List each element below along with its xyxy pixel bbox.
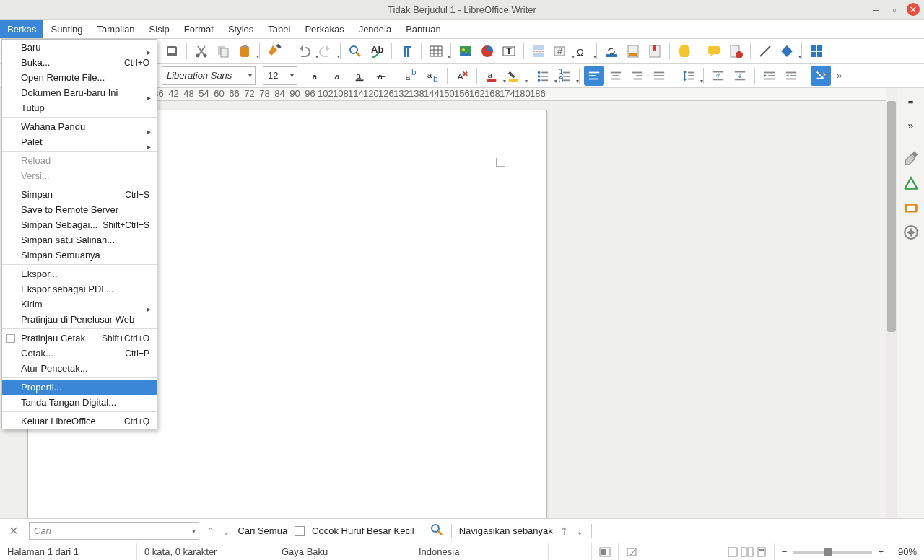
menu-tampilan[interactable]: Tampilan: [90, 20, 142, 38]
decrease-spacing-icon[interactable]: [730, 66, 750, 86]
formatting-marks-icon[interactable]: [396, 41, 417, 61]
status-signature[interactable]: [619, 543, 645, 560]
menu-item-tanda-tangan-digital[interactable]: Tanda Tangan Digital...: [2, 395, 157, 410]
menu-item-ekspor[interactable]: Ekspor...: [2, 266, 157, 281]
vertical-scrollbar[interactable]: [886, 101, 897, 518]
paragraph-style-icon[interactable]: [811, 66, 831, 86]
maximize-button[interactable]: ▫: [888, 3, 901, 16]
navigate-next-icon[interactable]: ⇣: [576, 525, 585, 537]
zoom-in-icon[interactable]: +: [878, 546, 884, 557]
undo-icon[interactable]: [294, 41, 314, 61]
bold-icon[interactable]: a: [306, 66, 326, 86]
navigator-panel-icon[interactable]: [901, 222, 921, 242]
copy-icon[interactable]: [213, 41, 233, 61]
gallery-panel-icon[interactable]: [901, 198, 921, 218]
font-name-combo[interactable]: Liberation Sans▾: [162, 66, 256, 85]
minimize-button[interactable]: –: [869, 3, 882, 16]
paste-icon[interactable]: [235, 41, 255, 61]
toolbar-overflow-icon[interactable]: »: [837, 70, 842, 81]
basic-shapes-icon[interactable]: [777, 41, 797, 61]
strikethrough-icon[interactable]: a: [371, 66, 391, 86]
line-spacing-icon[interactable]: [679, 66, 699, 86]
align-justify-icon[interactable]: [649, 66, 669, 86]
find-replace-icon[interactable]: [345, 41, 365, 61]
spellcheck-icon[interactable]: Abc: [367, 41, 387, 61]
menu-item-save-to-remote-server[interactable]: Save to Remote Server: [2, 202, 157, 217]
menu-styles[interactable]: Styles: [221, 20, 261, 38]
menu-item-tutup[interactable]: Tutup: [2, 100, 157, 115]
menu-tabel[interactable]: Tabel: [261, 20, 297, 38]
insert-table-icon[interactable]: [426, 41, 446, 61]
underline-icon[interactable]: a: [349, 66, 370, 86]
line-icon[interactable]: [755, 41, 775, 61]
show-draw-functions-icon[interactable]: [806, 41, 827, 61]
find-input[interactable]: Cari▾: [29, 522, 199, 540]
number-list-icon[interactable]: 123: [554, 66, 575, 86]
menu-item-simpan-satu-salinan[interactable]: Simpan satu Salinan...: [2, 232, 157, 248]
close-button[interactable]: ✕: [907, 3, 920, 16]
page-break-icon[interactable]: [528, 41, 549, 61]
track-changes-icon[interactable]: [725, 41, 746, 61]
menu-item-ekspor-sebagai-pdf[interactable]: Ekspor sebagai PDF...: [2, 281, 157, 297]
insert-image-icon[interactable]: [456, 41, 476, 61]
match-case-checkbox[interactable]: [295, 526, 305, 536]
status-insert-mode[interactable]: [549, 543, 592, 560]
find-replace-toolbar-icon[interactable]: [430, 522, 444, 539]
menu-item-atur-pencetak[interactable]: Atur Pencetak...: [2, 361, 157, 376]
insert-textbox-icon[interactable]: T: [499, 41, 519, 61]
menu-jendela[interactable]: Jendela: [352, 20, 399, 38]
menu-item-buka[interactable]: Buka...Ctrl+O: [2, 55, 157, 70]
menu-item-pratinjau-cetak[interactable]: Pratinjau CetakShift+Ctrl+O: [2, 331, 157, 346]
bullet-list-icon[interactable]: [533, 66, 553, 86]
properties-panel-icon[interactable]: [901, 149, 921, 169]
menu-bantuan[interactable]: Bantuan: [398, 20, 448, 38]
menu-format[interactable]: Format: [177, 20, 221, 38]
menu-sisip[interactable]: Sisip: [142, 20, 177, 38]
status-selection-mode[interactable]: [592, 543, 619, 560]
menu-item-palet[interactable]: Palet: [2, 134, 157, 149]
insert-chart-icon[interactable]: [477, 41, 497, 61]
align-center-icon[interactable]: [606, 66, 626, 86]
zoom-out-icon[interactable]: −: [782, 546, 788, 557]
menu-item-open-remote-file[interactable]: Open Remote File...: [2, 70, 157, 85]
styles-panel-icon[interactable]: [901, 173, 921, 193]
status-view-buttons[interactable]: [720, 543, 775, 560]
footnote-icon[interactable]: [623, 41, 643, 61]
insert-field-icon[interactable]: #: [550, 41, 570, 61]
comment-icon[interactable]: [704, 41, 724, 61]
find-prev-icon[interactable]: ⌃: [206, 525, 215, 537]
align-right-icon[interactable]: [627, 66, 648, 86]
menu-item-pratinjau-di-penelusur-web[interactable]: Pratinjau di Penelusur Web: [2, 312, 157, 327]
find-all-button[interactable]: Cari Semua: [237, 525, 287, 536]
italic-icon[interactable]: a: [328, 66, 348, 86]
print-preview-icon[interactable]: [162, 41, 182, 61]
status-words[interactable]: 0 kata, 0 karakter: [137, 543, 274, 560]
menu-item-kirim[interactable]: Kirim: [2, 297, 157, 312]
zoom-slider[interactable]: [793, 551, 872, 554]
menu-item-wahana-pandu[interactable]: Wahana Pandu: [2, 119, 157, 134]
superscript-icon[interactable]: ab: [401, 66, 421, 86]
menu-item-cetak[interactable]: Cetak...Ctrl+P: [2, 346, 157, 361]
font-size-combo[interactable]: 12▾: [263, 66, 297, 85]
font-color-icon[interactable]: a: [481, 66, 502, 86]
navigate-prev-icon[interactable]: ⇡: [560, 525, 569, 537]
clear-formatting-icon[interactable]: A: [452, 66, 472, 86]
format-paintbrush-icon[interactable]: [264, 41, 284, 61]
menu-sunting[interactable]: Sunting: [43, 20, 90, 38]
menu-item-simpan-semuanya[interactable]: Simpan Semuanya: [2, 248, 157, 263]
scrollbar-thumb[interactable]: [887, 101, 896, 332]
zoom-percent[interactable]: 90%: [891, 543, 924, 560]
highlight-color-icon[interactable]: [503, 66, 523, 86]
align-left-icon[interactable]: [584, 66, 604, 86]
record-changes-icon[interactable]: [674, 41, 694, 61]
status-language[interactable]: Indonesia: [411, 543, 549, 560]
sidebar-settings-icon[interactable]: ≡: [901, 91, 921, 111]
bookmark-icon[interactable]: [645, 41, 665, 61]
cut-icon[interactable]: [191, 41, 212, 61]
menu-item-baru[interactable]: Baru: [2, 40, 157, 55]
zoom-controls[interactable]: − +: [775, 543, 891, 560]
status-style[interactable]: Gaya Baku: [274, 543, 411, 560]
find-close-icon[interactable]: ✕: [6, 523, 22, 539]
increase-spacing-icon[interactable]: [708, 66, 728, 86]
redo-icon[interactable]: [315, 41, 336, 61]
